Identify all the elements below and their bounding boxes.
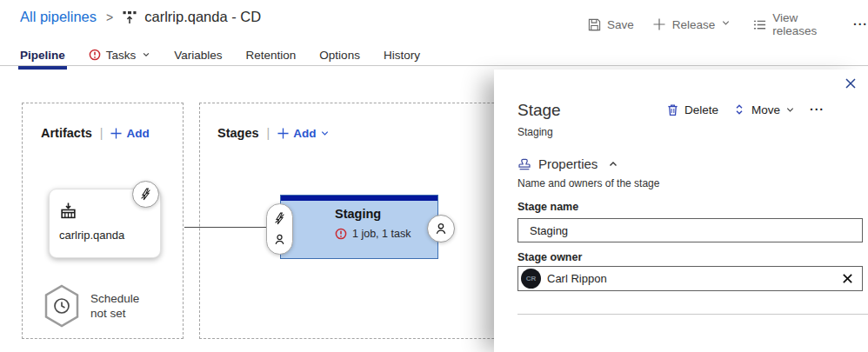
move-stage-button[interactable]: Move bbox=[733, 103, 795, 116]
tab-pipeline[interactable]: Pipeline bbox=[20, 49, 65, 63]
tab-retention-label: Retention bbox=[246, 49, 297, 62]
stage-name-label: Stage name bbox=[517, 201, 578, 213]
tab-variables-label: Variables bbox=[174, 49, 222, 62]
stage-owner-field[interactable]: CR Carl Rippon bbox=[517, 266, 863, 291]
more-label: ··· bbox=[810, 103, 825, 116]
save-label: Save bbox=[607, 18, 634, 31]
trash-icon bbox=[666, 103, 679, 116]
artifact-stage-connector bbox=[184, 227, 268, 228]
tab-history-label: History bbox=[384, 49, 420, 62]
person-icon bbox=[273, 233, 286, 246]
release-pipeline-icon bbox=[123, 10, 137, 24]
delete-stage-button[interactable]: Delete bbox=[666, 103, 718, 116]
pipeline-title: carlrip.qanda - CD bbox=[144, 9, 261, 25]
command-bar: Save Release View releases ··· bbox=[588, 11, 868, 37]
panel-more-button[interactable]: ··· bbox=[810, 103, 825, 116]
add-artifact-label: Add bbox=[126, 127, 149, 140]
chevron-down-icon bbox=[785, 105, 795, 115]
plus-icon bbox=[277, 128, 289, 139]
post-deployment-conditions-badge[interactable] bbox=[427, 215, 455, 242]
list-icon bbox=[753, 18, 766, 31]
stage-card-name: Staging bbox=[335, 207, 381, 221]
continuous-deployment-trigger-badge[interactable] bbox=[132, 181, 159, 208]
close-icon[interactable] bbox=[842, 75, 859, 92]
properties-description: Name and owners of the stage bbox=[517, 177, 659, 189]
stage-name-input[interactable] bbox=[517, 218, 863, 242]
stages-header: Stages | Add bbox=[217, 126, 330, 140]
chevron-up-icon bbox=[608, 159, 618, 169]
add-stage-button[interactable]: Add bbox=[277, 127, 330, 140]
warning-icon bbox=[89, 49, 101, 61]
panel-title: Stage bbox=[517, 101, 561, 120]
tab-retention[interactable]: Retention bbox=[246, 49, 297, 63]
stage-owner-name: Carl Rippon bbox=[547, 272, 842, 285]
stage-card-status: 1 job, 1 task bbox=[335, 228, 411, 240]
breadcrumb: All pipelines > carlrip.qanda - CD bbox=[20, 9, 261, 25]
chevron-down-icon bbox=[320, 129, 330, 138]
breadcrumb-separator: > bbox=[104, 10, 115, 24]
warning-icon bbox=[335, 228, 347, 240]
add-artifact-button[interactable]: Add bbox=[110, 127, 149, 140]
stage-properties-panel: Stage Delete Move ··· Staging bbox=[494, 70, 868, 352]
avatar: CR bbox=[521, 269, 541, 289]
tab-tasks-label: Tasks bbox=[106, 49, 137, 62]
tab-variables[interactable]: Variables bbox=[174, 49, 222, 63]
release-pipeline-editor: All pipelines > carlrip.qanda - CD Save … bbox=[0, 0, 868, 352]
plus-icon bbox=[110, 128, 122, 139]
panel-subtitle: Staging bbox=[517, 126, 553, 138]
properties-title: Properties bbox=[538, 156, 598, 171]
release-label: Release bbox=[672, 18, 716, 31]
plus-icon bbox=[653, 18, 666, 31]
tab-bar: Pipeline Tasks Variables Retention Optio… bbox=[20, 45, 420, 66]
tab-pipeline-label: Pipeline bbox=[20, 49, 65, 62]
more-button[interactable]: ··· bbox=[853, 17, 868, 31]
release-button[interactable]: Release bbox=[653, 18, 735, 31]
lightning-disabled-icon bbox=[139, 188, 152, 201]
stamp-icon bbox=[517, 157, 531, 171]
chevron-down-icon bbox=[721, 18, 734, 31]
artifacts-header: Artifacts | Add bbox=[41, 126, 150, 140]
tab-tasks[interactable]: Tasks bbox=[89, 49, 151, 63]
clear-owner-icon[interactable] bbox=[842, 273, 853, 284]
artifact-name: carlrip.qanda bbox=[59, 229, 160, 242]
more-label: ··· bbox=[853, 17, 868, 31]
move-up-down-icon bbox=[733, 103, 746, 116]
panel-toolbar: Delete Move ··· bbox=[666, 103, 825, 116]
chevron-down-icon bbox=[142, 50, 150, 59]
tab-divider bbox=[0, 65, 868, 66]
separator: | bbox=[267, 126, 270, 140]
schedule-line2: not set bbox=[90, 306, 139, 321]
stage-card-staging[interactable]: Staging 1 job, 1 task bbox=[280, 195, 438, 259]
schedule-line1: Schedule bbox=[90, 291, 139, 306]
panel-divider bbox=[517, 314, 868, 315]
schedule-trigger[interactable]: Schedule not set bbox=[42, 284, 139, 328]
separator: | bbox=[100, 126, 103, 140]
stage-card-topbar bbox=[281, 196, 437, 201]
move-label: Move bbox=[751, 103, 780, 116]
properties-section-header[interactable]: Properties bbox=[517, 156, 618, 171]
build-artifact-icon bbox=[59, 202, 77, 220]
person-icon bbox=[434, 222, 448, 236]
save-button[interactable]: Save bbox=[588, 18, 634, 31]
schedule-clock-icon bbox=[42, 284, 82, 328]
view-releases-button[interactable]: View releases bbox=[753, 11, 834, 37]
view-releases-label: View releases bbox=[772, 11, 834, 37]
tab-options[interactable]: Options bbox=[319, 49, 360, 63]
delete-label: Delete bbox=[684, 103, 718, 116]
lightning-disabled-icon bbox=[273, 212, 286, 225]
stages-title: Stages bbox=[217, 126, 259, 140]
add-stage-label: Add bbox=[293, 127, 316, 140]
breadcrumb-all-pipelines[interactable]: All pipelines bbox=[20, 9, 97, 25]
stage-card-status-text: 1 job, 1 task bbox=[352, 228, 411, 240]
artifacts-title: Artifacts bbox=[41, 126, 92, 140]
tab-history[interactable]: History bbox=[384, 49, 420, 63]
save-icon bbox=[588, 18, 601, 31]
stage-owner-label: Stage owner bbox=[517, 251, 582, 263]
tab-options-label: Options bbox=[319, 49, 360, 62]
pre-deployment-conditions-badge[interactable] bbox=[266, 203, 293, 255]
schedule-status: Schedule not set bbox=[90, 291, 139, 321]
